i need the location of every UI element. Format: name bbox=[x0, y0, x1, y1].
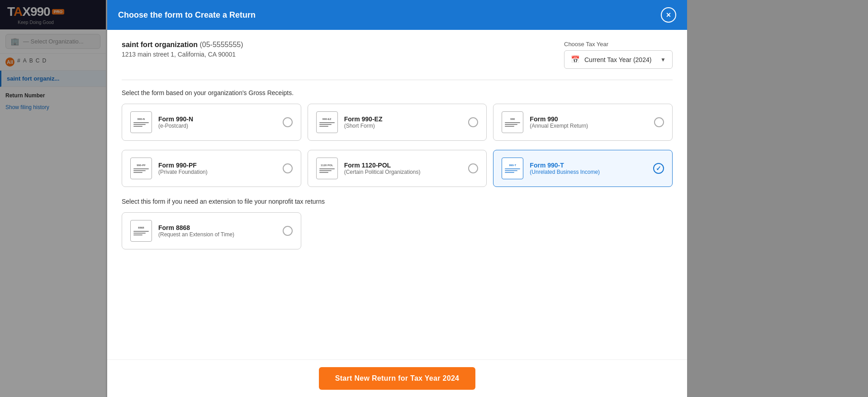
form-info-990pf: Form 990-PF (Private Foundation) bbox=[158, 162, 208, 175]
form-icon-990n: 990-N bbox=[130, 111, 152, 133]
org-ein: (05-5555555) bbox=[199, 41, 243, 48]
modal-header: Choose the form to Create a Return × bbox=[107, 0, 687, 30]
radio-990pf bbox=[283, 163, 293, 173]
form-card-990ez[interactable]: 990-EZ Form 990-EZ (Short Form) bbox=[308, 104, 487, 141]
form-name-8868: Form 8868 bbox=[158, 224, 234, 231]
form-card-left-1120pol: 1120 POL Form 1120-POL (Certain Politica… bbox=[316, 158, 421, 179]
tax-year-select[interactable]: 📅 Current Tax Year (2024) ▼ bbox=[564, 50, 673, 69]
form-card-8868[interactable]: 8868 Form 8868 (Request an Extension of … bbox=[122, 212, 301, 249]
form-card-990pf[interactable]: 990-PF Form 990-PF (Private Foundation) bbox=[122, 150, 301, 187]
modal-footer: Start New Return for Tax Year 2024 bbox=[107, 359, 687, 397]
form-card-left-990: 990 Form 990 (Annual Exempt Return) bbox=[502, 111, 588, 133]
form-card-left-8868: 8868 Form 8868 (Request an Extension of … bbox=[130, 220, 234, 242]
form-name-990pf: Form 990-PF bbox=[158, 162, 208, 169]
org-info: saint fort organization (05-5555555) 121… bbox=[122, 41, 243, 58]
form-info-1120pol: Form 1120-POL (Certain Political Organiz… bbox=[344, 162, 421, 175]
form-subname-8868: (Request an Extension of Time) bbox=[158, 231, 234, 238]
modal-body: saint fort organization (05-5555555) 121… bbox=[107, 30, 687, 359]
form-subname-990: (Annual Exempt Return) bbox=[530, 123, 588, 129]
modal-title: Choose the form to Create a Return bbox=[118, 10, 256, 20]
form-icon-990t: 990-T bbox=[502, 158, 523, 179]
form-card-990t[interactable]: 990-T Form 990-T (Unrelated Business Inc… bbox=[493, 150, 673, 187]
form-card-1120pol[interactable]: 1120 POL Form 1120-POL (Certain Politica… bbox=[308, 150, 487, 187]
form-name-990: Form 990 bbox=[530, 115, 588, 123]
check-icon-990t: ✓ bbox=[653, 163, 664, 174]
chevron-down-icon: ▼ bbox=[660, 57, 666, 63]
calendar-icon: 📅 bbox=[571, 55, 580, 64]
form-subname-990ez: (Short Form) bbox=[344, 123, 383, 129]
form-subname-990pf: (Private Foundation) bbox=[158, 169, 208, 175]
radio-990n bbox=[283, 117, 293, 127]
form-subname-1120pol: (Certain Political Organizations) bbox=[344, 169, 421, 175]
org-address: 1213 main street 1, California, CA 90001 bbox=[122, 51, 243, 58]
radio-8868 bbox=[283, 226, 293, 236]
form-card-left-990t: 990-T Form 990-T (Unrelated Business Inc… bbox=[502, 158, 600, 179]
modal: Choose the form to Create a Return × sai… bbox=[107, 0, 687, 397]
form-icon-990: 990 bbox=[502, 111, 523, 133]
extension-grid: 8868 Form 8868 (Request an Extension of … bbox=[122, 212, 673, 249]
form-icon-990pf: 990-PF bbox=[130, 158, 152, 179]
org-section: saint fort organization (05-5555555) 121… bbox=[122, 41, 673, 69]
gross-receipts-label: Select the form based on your organizati… bbox=[122, 89, 673, 96]
divider-1 bbox=[122, 80, 673, 80]
form-name-990n: Form 990-N bbox=[158, 115, 193, 123]
form-info-990ez: Form 990-EZ (Short Form) bbox=[344, 115, 383, 129]
form-card-990n[interactable]: 990-N Form 990-N (e-Postcard) bbox=[122, 104, 301, 141]
modal-close-button[interactable]: × bbox=[661, 7, 676, 23]
form-info-990: Form 990 (Annual Exempt Return) bbox=[530, 115, 588, 129]
form-card-left-990n: 990-N Form 990-N (e-Postcard) bbox=[130, 111, 193, 133]
form-card-left-990ez: 990-EZ Form 990-EZ (Short Form) bbox=[316, 111, 383, 133]
form-icon-8868: 8868 bbox=[130, 220, 152, 242]
radio-1120pol bbox=[468, 163, 478, 173]
tax-year-label: Choose Tax Year bbox=[564, 41, 673, 48]
form-info-8868: Form 8868 (Request an Extension of Time) bbox=[158, 224, 234, 238]
extension-label: Select this form if you need an extensio… bbox=[122, 198, 673, 205]
radio-990 bbox=[654, 117, 664, 127]
form-name-1120pol: Form 1120-POL bbox=[344, 162, 421, 169]
form-info-990t: Form 990-T (Unrelated Business Income) bbox=[530, 162, 600, 175]
form-info-990n: Form 990-N (e-Postcard) bbox=[158, 115, 193, 129]
tax-year-value: Current Tax Year (2024) bbox=[584, 56, 656, 63]
form-card-990[interactable]: 990 Form 990 (Annual Exempt Return) bbox=[493, 104, 673, 141]
tax-year-section: Choose Tax Year 📅 Current Tax Year (2024… bbox=[564, 41, 673, 69]
form-name-990ez: Form 990-EZ bbox=[344, 115, 383, 123]
radio-990ez bbox=[468, 117, 478, 127]
form-card-left-990pf: 990-PF Form 990-PF (Private Foundation) bbox=[130, 158, 208, 179]
form-subname-990t: (Unrelated Business Income) bbox=[530, 169, 600, 175]
forms-grid-row2: 990-PF Form 990-PF (Private Foundation) bbox=[122, 150, 673, 187]
form-icon-990ez: 990-EZ bbox=[316, 111, 338, 133]
form-subname-990n: (e-Postcard) bbox=[158, 123, 193, 129]
form-icon-1120pol: 1120 POL bbox=[316, 158, 338, 179]
forms-grid-row1: 990-N Form 990-N (e-Postcard) bbox=[122, 104, 673, 141]
form-name-990t: Form 990-T bbox=[530, 162, 600, 169]
org-full-name: saint fort organization (05-5555555) bbox=[122, 41, 243, 49]
start-new-return-button[interactable]: Start New Return for Tax Year 2024 bbox=[319, 367, 476, 390]
